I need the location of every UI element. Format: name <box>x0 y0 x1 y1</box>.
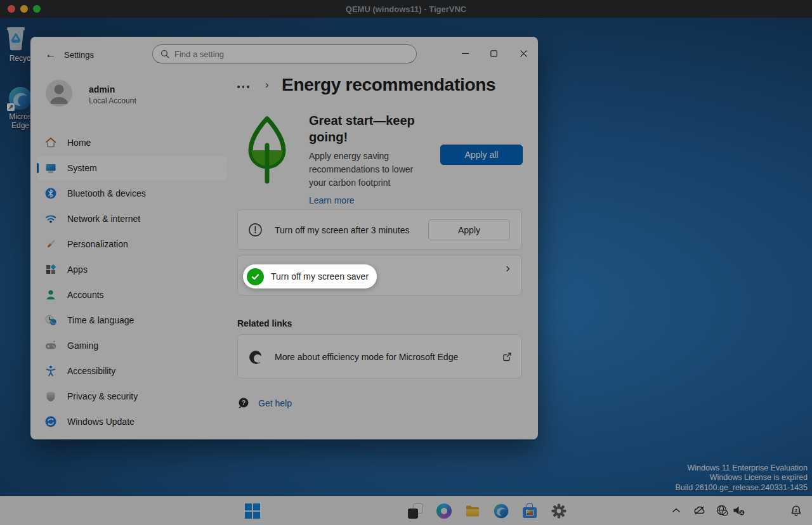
screen: QEMU (windows11) - TigerVNC Recycle <box>0 0 812 525</box>
check-circle-icon <box>247 268 264 285</box>
spotlight-highlight[interactable]: Turn off my screen saver <box>243 264 377 288</box>
recommendation-label: Turn off my screen saver <box>271 271 369 282</box>
dim-overlay <box>0 0 812 525</box>
